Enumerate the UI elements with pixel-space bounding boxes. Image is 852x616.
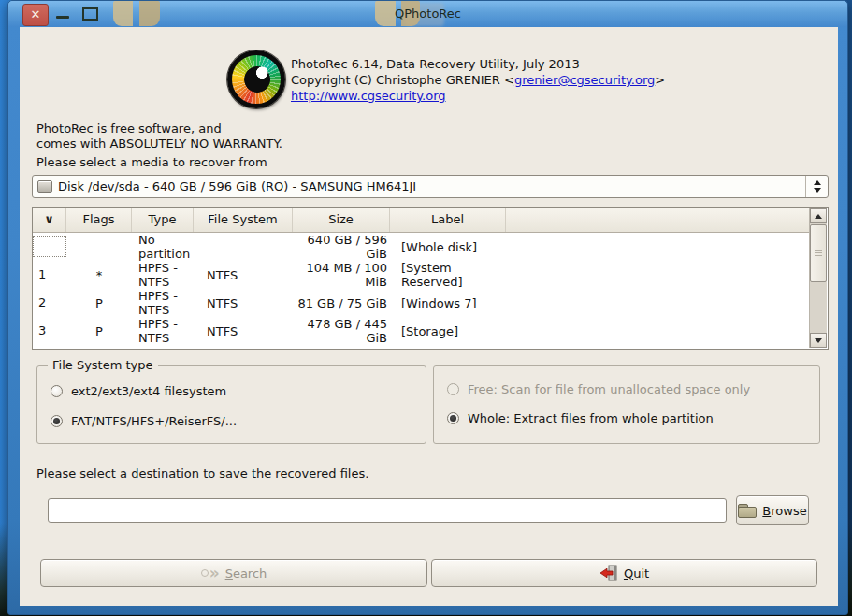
cell-number: 3 <box>33 321 66 341</box>
cell-label: [Storage] <box>390 324 506 338</box>
sort-indicator-icon: ∨ <box>44 212 54 226</box>
table-row[interactable]: 2 P HPFS - NTFS NTFS 81 GB / 75 GiB [Win… <box>33 289 810 317</box>
quit-door-icon <box>599 565 618 581</box>
cell-label: [Windows 7] <box>390 296 506 310</box>
cell-size: 104 MB / 100 MiB <box>293 261 390 289</box>
combobox-arrows-icon[interactable] <box>805 176 828 197</box>
radio-fat-ntfs[interactable] <box>51 415 63 427</box>
scrollbar-thumb[interactable] <box>810 224 827 282</box>
search-button[interactable]: » Search <box>40 559 427 587</box>
titlebar: QPhotoRec ✕ <box>8 1 847 27</box>
cell-filesystem: NTFS <box>194 296 293 310</box>
email-link[interactable]: grenier@cgsecurity.org <box>514 73 655 87</box>
column-header-select[interactable]: ∨ <box>33 208 66 232</box>
table-row[interactable]: 1 * HPFS - NTFS NTFS 104 MB / 100 MiB [S… <box>33 261 810 289</box>
window-title: QPhotoRec <box>8 7 847 21</box>
radio-free-scan[interactable] <box>447 383 459 395</box>
folder-icon <box>738 504 757 518</box>
whole-scan-option[interactable]: Whole: Extract files from whole partitio… <box>447 411 819 425</box>
minimize-button[interactable] <box>56 16 69 19</box>
about-line2: Copyright (C) Christophe GRENIER <grenie… <box>291 72 665 88</box>
cell-number <box>33 236 66 257</box>
scrollbar-up-icon[interactable] <box>810 208 827 223</box>
cell-filesystem: NTFS <box>194 268 293 282</box>
about-line1: PhotoRec 6.14, Data Recovery Utility, Ju… <box>291 56 665 72</box>
cell-type: No partition <box>132 233 194 261</box>
free-scan-option[interactable]: Free: Scan for file from unallocated spa… <box>447 382 819 396</box>
table-row[interactable]: No partition 640 GB / 596 GiB [Whole dis… <box>33 233 810 261</box>
qphotorec-window: QPhotoRec ✕ PhotoRec 6.14, Data Recovery… <box>7 0 848 615</box>
search-arrow-icon: » <box>201 566 220 581</box>
media-select-value: Disk /dev/sda - 640 GB / 596 GiB (RO) - … <box>58 179 416 193</box>
partition-table: ∨ Flags Type File System Size Label No p… <box>32 207 829 350</box>
cell-flags: P <box>66 296 132 310</box>
partition-table-body: No partition 640 GB / 596 GiB [Whole dis… <box>33 233 810 345</box>
cell-type: HPFS - NTFS <box>132 261 194 289</box>
close-button[interactable]: ✕ <box>22 4 49 26</box>
cell-label: [Whole disk] <box>390 240 506 254</box>
cell-flags: P <box>66 324 132 338</box>
media-select-combobox[interactable]: Disk /dev/sda - 640 GB / 596 GiB (RO) - … <box>32 175 829 198</box>
quit-button[interactable]: Quit <box>431 559 817 587</box>
cell-filesystem: NTFS <box>194 324 293 338</box>
column-header-type[interactable]: Type <box>132 208 194 232</box>
disk-icon <box>37 180 52 193</box>
about-text: PhotoRec 6.14, Data Recovery Utility, Ju… <box>291 56 665 104</box>
column-header-label[interactable]: Label <box>390 208 506 232</box>
photorec-logo-icon <box>227 50 285 108</box>
about-line3: http://www.cgsecurity.org <box>291 88 665 104</box>
cell-label: [System Reserved] <box>390 261 506 289</box>
column-header-size[interactable]: Size <box>293 208 390 232</box>
radio-ext-filesystem[interactable] <box>51 385 63 397</box>
cell-type: HPFS - NTFS <box>132 289 194 317</box>
cell-size: 81 GB / 75 GiB <box>293 296 390 310</box>
filesystem-type-group: File System type ext2/ext3/ext4 filesyst… <box>36 365 426 444</box>
column-header-filesystem[interactable]: File System <box>194 208 293 232</box>
scan-mode-group: Free: Scan for file from unallocated spa… <box>433 365 820 444</box>
browse-button[interactable]: Browse <box>736 495 809 525</box>
destination-input[interactable] <box>48 498 727 523</box>
warranty-notice: PhotoRec is free software, and comes wit… <box>36 122 282 151</box>
cell-number: 2 <box>33 293 66 313</box>
cell-type: HPFS - NTFS <box>132 317 194 345</box>
ext-filesystem-option[interactable]: ext2/ext3/ext4 filesystem <box>51 384 426 398</box>
partition-table-header: ∨ Flags Type File System Size Label <box>33 208 810 233</box>
website-link[interactable]: http://www.cgsecurity.org <box>291 89 446 103</box>
fat-ntfs-option[interactable]: FAT/NTFS/HFS+/ReiserFS/... <box>51 414 426 428</box>
table-scrollbar[interactable] <box>809 208 827 348</box>
window-content: PhotoRec 6.14, Data Recovery Utility, Ju… <box>20 27 838 606</box>
select-media-label: Please select a media to recover from <box>36 155 267 169</box>
cell-size: 478 GB / 445 GiB <box>293 317 390 345</box>
cell-flags: * <box>66 268 132 282</box>
table-row[interactable]: 3 P HPFS - NTFS NTFS 478 GB / 445 GiB [S… <box>33 317 810 345</box>
cell-size: 640 GB / 596 GiB <box>293 233 390 261</box>
maximize-button[interactable] <box>82 7 98 21</box>
destination-label: Please select a destination to save the … <box>36 466 368 480</box>
scrollbar-down-icon[interactable] <box>810 333 827 348</box>
column-header-flags[interactable]: Flags <box>66 208 132 232</box>
filesystem-type-legend: File System type <box>48 358 158 372</box>
column-header-filler <box>506 208 810 232</box>
cell-number: 1 <box>33 265 66 285</box>
radio-whole-scan[interactable] <box>447 412 459 424</box>
